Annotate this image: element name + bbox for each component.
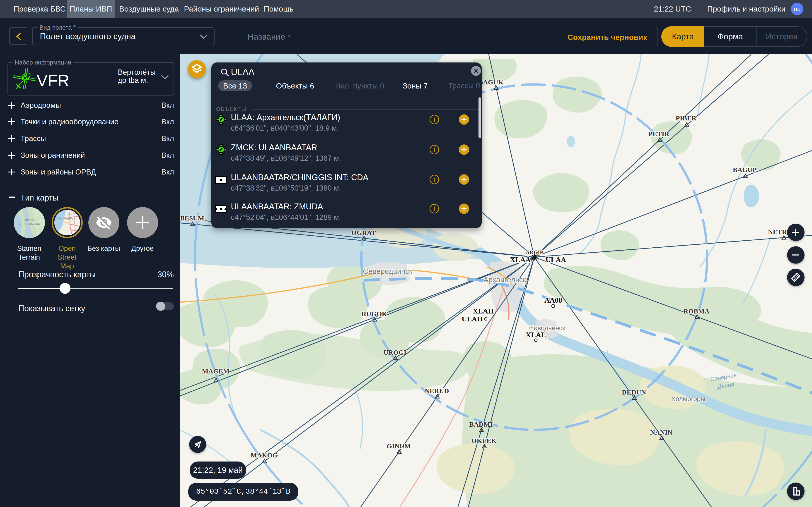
svg-text:XLAH: XLAH [473, 307, 494, 315]
svg-text:ULAH: ULAH [462, 315, 483, 323]
svg-text:PETIR: PETIR [648, 130, 669, 137]
svg-text:BAGUK: BAGUK [478, 78, 504, 86]
svg-text:ROBMA: ROBMA [683, 307, 710, 315]
svg-text:OKLEK: OKLEK [471, 437, 497, 444]
svg-text:RUGOK: RUGOK [361, 310, 387, 318]
svg-text:NANIN: NANIN [650, 429, 673, 436]
svg-text:Новодвинск: Новодвинск [529, 324, 565, 332]
svg-text:XLAL: XLAL [526, 331, 546, 339]
svg-text:PIBER: PIBER [676, 114, 697, 122]
svg-text:UROGI: UROGI [383, 349, 406, 356]
svg-text:NERUD: NERUD [425, 387, 449, 395]
svg-text:XLAA: XLAA [510, 256, 530, 264]
svg-text:Санкт-Петербург: Санкт-Петербург [57, 217, 75, 220]
svg-text:ST. PETERSBURG: ST. PETERSBURG [18, 223, 40, 225]
svg-text:MAKOG: MAKOG [251, 451, 278, 459]
svg-text:BAGUP: BAGUP [733, 166, 757, 173]
svg-text:Холмогоры: Холмогоры [671, 395, 706, 402]
svg-text:AA08: AA08 [545, 296, 562, 304]
svg-text:ULAA: ULAA [546, 256, 566, 264]
svg-text:OGRAT: OGRAT [351, 229, 376, 236]
svg-text:ARGIP: ARGIP [526, 249, 543, 255]
svg-text:BESUM: BESUM [180, 214, 204, 222]
svg-text:Северодвинск: Северодвинск [363, 267, 413, 275]
svg-text:DEDUN: DEDUN [622, 388, 646, 396]
svg-text:MAGEM: MAGEM [202, 368, 230, 375]
svg-text:Архангельск: Архангельск [484, 275, 526, 284]
svg-text:BADMI: BADMI [469, 420, 493, 428]
svg-text:CITY OF: CITY OF [24, 219, 34, 222]
svg-text:GINUM: GINUM [387, 442, 411, 450]
